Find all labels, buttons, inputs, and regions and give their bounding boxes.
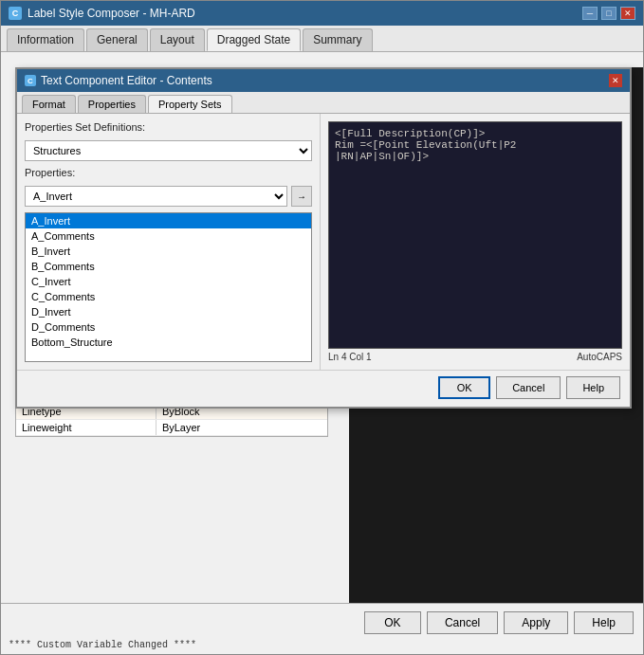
help-button[interactable]: Help	[566, 376, 620, 399]
list-item-b-invert[interactable]: B_Invert	[26, 244, 311, 259]
bottom-apply-button[interactable]: Apply	[504, 611, 568, 634]
cursor-position: Ln 4 Col 1	[328, 352, 372, 362]
close-button[interactable]: ✕	[620, 7, 635, 20]
bottom-bar: OK Cancel Apply Help **** Custom Variabl…	[1, 603, 643, 654]
list-item-d-comments[interactable]: D_Comments	[26, 319, 311, 335]
list-item-a-invert[interactable]: A_Invert	[26, 213, 311, 228]
maximize-button[interactable]: □	[601, 7, 616, 20]
tab-information[interactable]: Information	[7, 28, 84, 51]
title-bar: C Label Style Composer - MH-ARD ─ □ ✕	[1, 1, 643, 26]
prop-label: Lineweight	[16, 420, 156, 436]
title-bar-left: C Label Style Composer - MH-ARD	[9, 7, 195, 20]
property-select[interactable]: A_Invert	[25, 186, 287, 207]
list-item-a-comments[interactable]: A_Comments	[26, 228, 311, 244]
inner-title-left: C Text Component Editor - Contents	[25, 74, 212, 87]
insert-property-button[interactable]: →	[291, 186, 312, 207]
tab-properties[interactable]: Properties	[78, 95, 146, 113]
list-item-c-comments[interactable]: C_Comments	[26, 289, 311, 304]
property-dropdown-list[interactable]: A_Invert A_Comments B_Invert B_Comments …	[25, 212, 312, 362]
bottom-help-button[interactable]: Help	[574, 611, 634, 634]
autocaps-status: AutoCAPS	[577, 352, 622, 362]
tab-general[interactable]: General	[86, 28, 148, 51]
main-window: C Label Style Composer - MH-ARD ─ □ ✕ In…	[0, 0, 644, 655]
left-panel: Properties Set Definitions: Structures P…	[17, 114, 321, 370]
inner-title-bar: C Text Component Editor - Contents ✕	[17, 69, 630, 92]
cancel-button[interactable]: Cancel	[496, 376, 561, 399]
ok-button[interactable]: OK	[438, 376, 490, 399]
window-title: Label Style Composer - MH-ARD	[28, 7, 195, 20]
title-bar-controls: ─ □ ✕	[582, 7, 635, 20]
minimize-button[interactable]: ─	[582, 7, 598, 20]
tab-property-sets[interactable]: Property Sets	[148, 95, 232, 113]
inner-app-icon: C	[25, 75, 36, 86]
definitions-label: Properties Set Definitions:	[25, 121, 312, 133]
tab-dragged-state[interactable]: Dragged State	[207, 28, 301, 51]
inner-tab-bar: Format Properties Property Sets	[17, 92, 630, 114]
definitions-select[interactable]: Structures	[25, 140, 312, 161]
tab-format[interactable]: Format	[22, 95, 76, 113]
text-preview[interactable]: <[Full Description(CP)]> Rim =<[Point El…	[328, 121, 622, 349]
prop-value: ByLayer	[156, 420, 326, 436]
table-row: Lineweight ByLayer	[16, 420, 327, 436]
list-item-b-comments[interactable]: B_Comments	[26, 259, 311, 274]
inner-dialog-title: Text Component Editor - Contents	[41, 74, 212, 87]
list-item-c-invert[interactable]: C_Invert	[26, 274, 311, 289]
dialog-buttons: OK Cancel Help	[17, 370, 630, 405]
bottom-ok-button[interactable]: OK	[364, 611, 421, 634]
right-panel: <[Full Description(CP)]> Rim =<[Point El…	[321, 114, 630, 370]
main-tab-bar: Information General Layout Dragged State…	[1, 26, 643, 52]
inner-close-button[interactable]: ✕	[609, 74, 622, 87]
inner-status-bar: Ln 4 Col 1 AutoCAPS	[328, 352, 622, 362]
bottom-cancel-button[interactable]: Cancel	[427, 611, 498, 634]
bottom-button-row: OK Cancel Apply Help	[1, 604, 643, 638]
bottom-status-text: **** Custom Variable Changed ****	[1, 638, 643, 652]
property-row: A_Invert →	[25, 186, 312, 207]
tab-layout[interactable]: Layout	[150, 28, 205, 51]
properties-label: Properties:	[25, 167, 312, 178]
app-icon: C	[9, 7, 22, 20]
inner-body: Properties Set Definitions: Structures P…	[17, 114, 630, 370]
list-item-bottom-structure[interactable]: Bottom_Structure	[26, 335, 311, 350]
list-item-d-invert[interactable]: D_Invert	[26, 304, 311, 319]
text-component-editor: C Text Component Editor - Contents ✕ For…	[15, 67, 632, 409]
tab-summary[interactable]: Summary	[303, 28, 372, 51]
